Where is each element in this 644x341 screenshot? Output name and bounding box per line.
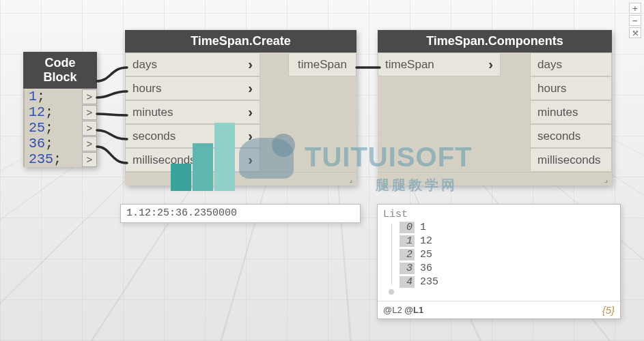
port-label: milliseconds — [537, 153, 601, 167]
code-value: 235 — [25, 151, 53, 167]
port-label: minutes — [132, 106, 173, 119]
port-label: days — [537, 58, 562, 72]
preview-value: 1.12:25:36.2350000 — [126, 207, 237, 219]
list-value: 12 — [420, 235, 432, 247]
port-milliseconds-out[interactable]: milliseconds — [530, 148, 612, 172]
node-title: Code Block — [23, 52, 97, 89]
code-semicolon: ; — [45, 136, 53, 151]
list-item: 336 — [400, 261, 615, 275]
node-code-block[interactable]: Code Block 1; > 12; > 25; > 36; > 235; > — [23, 52, 97, 167]
list-index: 2 — [400, 249, 415, 261]
port-label: hours — [537, 82, 567, 95]
node-title: TimeSpan.Components — [378, 30, 612, 53]
list-index: 3 — [400, 263, 415, 274]
zoom-controls: + − ⤧ — [629, 3, 641, 38]
output-port[interactable]: > — [82, 105, 97, 120]
chevron-right-icon: › — [248, 104, 253, 120]
port-hours[interactable]: hours› — [125, 76, 260, 100]
input-ports: timeSpan› — [378, 53, 501, 172]
list-index: 4 — [400, 276, 415, 288]
resize-handle-icon[interactable]: ⌟ — [604, 175, 608, 184]
output-port[interactable]: > — [82, 89, 97, 104]
chevron-right-icon: › — [248, 152, 253, 168]
port-label: timeSpan — [298, 58, 347, 72]
output-port[interactable]: > — [82, 152, 97, 167]
port-label: seconds — [537, 130, 580, 143]
list-value: 1 — [420, 222, 426, 233]
tree-guide-line — [391, 224, 392, 284]
list-item: 225 — [400, 248, 615, 261]
code-value: 36 — [25, 136, 45, 151]
list-item: 01 — [400, 220, 615, 234]
input-ports: days› hours› minutes› seconds› milliseco… — [125, 53, 260, 172]
list-item: 4235 — [400, 275, 615, 288]
count-badge: {5} — [602, 304, 615, 316]
code-value: 12 — [25, 104, 45, 120]
code-value: 25 — [25, 120, 45, 136]
port-seconds-out[interactable]: seconds — [530, 124, 612, 148]
list-item: 112 — [400, 234, 615, 248]
port-milliseconds[interactable]: milliseconds› — [125, 148, 260, 172]
list-label: List — [383, 209, 615, 220]
preview-list[interactable]: List 01 112 225 336 4235 @L2 @L1 {5} — [377, 204, 621, 319]
list-value: 36 — [420, 263, 432, 274]
port-hours-out[interactable]: hours — [530, 76, 612, 100]
port-days-out[interactable]: days — [530, 53, 612, 76]
port-minutes[interactable]: minutes› — [125, 100, 260, 124]
port-label: hours — [132, 82, 162, 95]
code-line: 12; > — [23, 104, 97, 120]
port-timespan-out[interactable]: timeSpan — [288, 53, 356, 76]
output-port[interactable]: > — [82, 121, 97, 136]
zoom-out-button[interactable]: − — [629, 15, 641, 26]
chevron-right-icon: › — [248, 57, 253, 72]
code-body[interactable]: 1; > 12; > 25; > 36; > 235; > — [23, 89, 97, 167]
node-title: TimeSpan.Create — [125, 30, 356, 53]
chevron-right-icon: › — [488, 57, 493, 72]
code-line: 1; > — [23, 89, 97, 104]
zoom-fit-button[interactable]: ⤧ — [629, 27, 641, 38]
zoom-in-button[interactable]: + — [629, 3, 641, 14]
code-line: 25; > — [23, 120, 97, 136]
port-timespan-in[interactable]: timeSpan› — [378, 53, 501, 76]
node-footer: ⌟ — [378, 172, 612, 186]
output-ports: days hours minutes seconds milliseconds — [501, 53, 612, 172]
code-semicolon: ; — [45, 104, 53, 120]
graph-canvas[interactable]: Code Block 1; > 12; > 25; > 36; > 235; > — [0, 0, 644, 341]
list-value: 235 — [420, 276, 438, 288]
code-semicolon: ; — [53, 151, 61, 167]
port-label: days — [132, 58, 157, 72]
list-index: 1 — [400, 235, 415, 247]
code-line: 235; > — [23, 151, 97, 167]
code-value: 1 — [25, 89, 37, 104]
port-minutes-out[interactable]: minutes — [530, 100, 612, 124]
level-indicator: @L2 @L1 — [383, 305, 423, 315]
resize-handle-icon[interactable]: ⌟ — [349, 175, 352, 184]
list-value: 25 — [420, 249, 432, 261]
port-seconds[interactable]: seconds› — [125, 124, 260, 148]
port-label: milliseconds — [132, 153, 196, 167]
port-label: seconds — [132, 130, 176, 143]
list-index: 0 — [400, 222, 415, 233]
node-timespan-components[interactable]: TimeSpan.Components timeSpan› days hours… — [378, 30, 612, 186]
port-label: minutes — [537, 106, 578, 119]
port-days[interactable]: days› — [125, 53, 260, 76]
preview-timespan-string: 1.12:25:36.2350000 — [120, 204, 361, 223]
output-ports: timeSpan — [260, 53, 356, 172]
chevron-right-icon: › — [248, 128, 253, 144]
chevron-right-icon: › — [248, 80, 253, 96]
port-label: timeSpan — [385, 58, 434, 72]
node-footer: ⌟ — [125, 172, 356, 186]
output-port[interactable]: > — [82, 136, 97, 151]
code-semicolon: ; — [45, 120, 53, 136]
tree-end-dot-icon — [389, 289, 394, 295]
list-footer: @L2 @L1 {5} — [378, 301, 620, 318]
node-timespan-create[interactable]: TimeSpan.Create days› hours› minutes› se… — [125, 30, 356, 186]
code-semicolon: ; — [37, 89, 45, 104]
code-line: 36; > — [23, 136, 97, 151]
